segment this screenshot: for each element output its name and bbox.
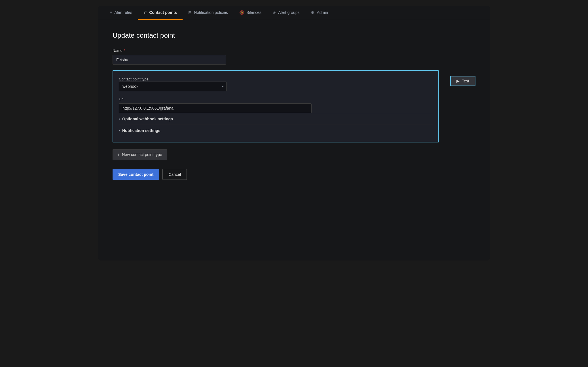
notification-settings-section[interactable]: › Notification settings bbox=[119, 125, 433, 136]
contact-point-type-select[interactable]: webhook email slack pagerduty bbox=[119, 82, 227, 91]
admin-icon: ⚙ bbox=[311, 10, 314, 15]
url-label: Url bbox=[119, 97, 433, 101]
required-indicator: * bbox=[123, 48, 126, 53]
test-button[interactable]: ▶ Test bbox=[450, 76, 475, 86]
page-title: Update contact point bbox=[113, 31, 475, 39]
tab-silences[interactable]: 🔕 Silences bbox=[234, 6, 267, 20]
name-form-group: Name * bbox=[113, 48, 475, 65]
save-contact-point-button[interactable]: Save contact point bbox=[113, 169, 159, 180]
cancel-button[interactable]: Cancel bbox=[162, 169, 187, 180]
tab-contact-points[interactable]: ⇄ Contact points bbox=[138, 6, 183, 20]
contact-point-type-group: Contact point type webhook email slack p… bbox=[119, 76, 433, 91]
tab-alert-rules[interactable]: ≡ Alert rules bbox=[104, 6, 138, 20]
new-contact-point-button[interactable]: + New contact point type bbox=[113, 149, 167, 160]
optional-webhook-chevron-icon: › bbox=[119, 117, 120, 121]
contact-point-card-container: Contact point type webhook email slack p… bbox=[113, 70, 475, 142]
notification-policies-icon: ⊞ bbox=[188, 10, 192, 15]
page-content: Update contact point Name * Contact poin… bbox=[98, 20, 490, 191]
contact-point-type-select-wrapper: webhook email slack pagerduty ▾ bbox=[119, 82, 227, 91]
test-button-wrapper: ▶ Test bbox=[445, 70, 475, 86]
silences-icon: 🔕 bbox=[239, 10, 244, 15]
tab-notification-policies[interactable]: ⊞ Notification policies bbox=[183, 6, 234, 20]
notification-settings-chevron-icon: › bbox=[119, 129, 120, 133]
url-form-group: Url bbox=[119, 97, 433, 113]
optional-webhook-section[interactable]: › Optional webhook settings bbox=[119, 113, 433, 125]
test-play-icon: ▶ bbox=[456, 79, 460, 83]
name-input[interactable] bbox=[113, 55, 226, 65]
tab-alert-groups[interactable]: ◈ Alert groups bbox=[267, 6, 305, 20]
contact-point-type-label: Contact point type bbox=[119, 77, 149, 81]
alert-groups-icon: ◈ bbox=[273, 10, 276, 15]
contact-point-card: Contact point type webhook email slack p… bbox=[113, 70, 439, 142]
nav-tabs: ≡ Alert rules ⇄ Contact points ⊞ Notific… bbox=[98, 6, 490, 20]
url-input[interactable] bbox=[119, 103, 312, 113]
contact-points-icon: ⇄ bbox=[143, 10, 147, 15]
plus-icon: + bbox=[117, 152, 120, 157]
app-container: ≡ Alert rules ⇄ Contact points ⊞ Notific… bbox=[98, 6, 490, 261]
tab-admin[interactable]: ⚙ Admin bbox=[305, 6, 334, 20]
action-buttons: Save contact point Cancel bbox=[113, 169, 475, 180]
alert-rules-icon: ≡ bbox=[110, 10, 112, 15]
name-label: Name * bbox=[113, 48, 475, 53]
